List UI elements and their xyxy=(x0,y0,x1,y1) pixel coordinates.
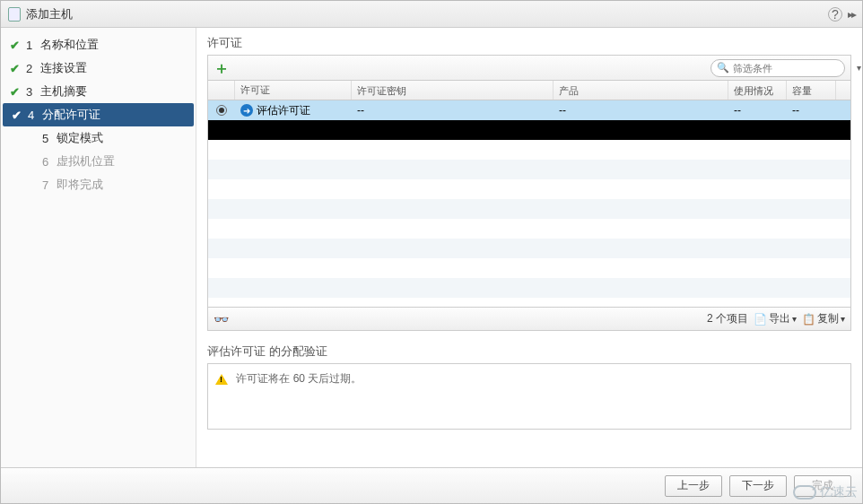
table-row xyxy=(208,179,850,199)
step-vm-location: 6虚拟机位置 xyxy=(1,150,196,173)
next-button[interactable]: 下一步 xyxy=(729,475,787,497)
col-license[interactable]: 许可证 xyxy=(235,81,352,100)
help-icon[interactable]: ? xyxy=(828,7,842,22)
table-row xyxy=(208,239,850,258)
table-row xyxy=(208,298,850,307)
filter-dropdown-icon[interactable]: ▾ xyxy=(857,63,861,73)
table-row xyxy=(208,278,850,298)
export-icon: 📄 xyxy=(754,313,767,326)
table-row xyxy=(208,219,850,239)
table-row[interactable]: ➜评估许可证 -- -- -- -- xyxy=(208,100,850,120)
table-header: 许可证 许可证密钥 产品 使用情况 容量 xyxy=(208,81,850,100)
search-icon: 🔍 xyxy=(717,62,729,74)
back-button[interactable]: 上一步 xyxy=(665,475,722,497)
host-icon xyxy=(8,7,21,22)
step-ready: 7即将完成 xyxy=(1,173,196,196)
step-name-location[interactable]: ✔1名称和位置 xyxy=(1,33,196,56)
warning-icon xyxy=(215,374,228,385)
table-footer: 👓 2 个项目 📄导出▾ 📋复制▾ xyxy=(208,307,850,330)
validation-box: 许可证将在 60 天后过期。 xyxy=(207,363,851,430)
export-button[interactable]: 📄导出▾ xyxy=(754,311,797,326)
expand-icon[interactable]: ▸▸ xyxy=(848,8,855,21)
table-row xyxy=(208,199,850,219)
table-row[interactable] xyxy=(208,120,850,140)
titlebar: 添加主机 ? ▸▸ xyxy=(1,1,862,28)
filter-box[interactable]: 🔍 ▾ xyxy=(710,59,845,77)
copy-icon: 📋 xyxy=(802,313,815,326)
col-key[interactable]: 许可证密钥 xyxy=(352,81,554,100)
find-icon[interactable]: 👓 xyxy=(214,312,229,326)
step-assign-license[interactable]: ✔4分配许可证 xyxy=(3,103,194,126)
step-lockdown[interactable]: 5锁定模式 xyxy=(1,126,196,150)
add-license-button[interactable]: ＋ xyxy=(214,57,230,79)
license-name: 评估许可证 xyxy=(257,103,310,118)
step-connection[interactable]: ✔2连接设置 xyxy=(1,56,196,80)
col-product[interactable]: 产品 xyxy=(554,81,728,100)
table-body: ➜评估许可证 -- -- -- -- xyxy=(208,100,850,307)
wizard-sidebar: ✔1名称和位置 ✔2连接设置 ✔3主机摘要 ✔4分配许可证 5锁定模式 6虚拟机… xyxy=(1,28,196,467)
item-count: 2 个项目 xyxy=(707,311,748,326)
row-radio[interactable] xyxy=(216,105,227,116)
step-summary[interactable]: ✔3主机摘要 xyxy=(1,80,196,103)
col-capacity[interactable]: 容量 xyxy=(787,81,836,100)
table-row xyxy=(208,140,850,160)
col-usage[interactable]: 使用情况 xyxy=(728,81,787,100)
license-panel: ＋ 🔍 ▾ 许可证 许可证密钥 产品 使用情况 容量 xyxy=(207,55,851,331)
table-row xyxy=(208,160,850,179)
filter-input[interactable] xyxy=(733,63,857,74)
table-row xyxy=(208,258,850,278)
validation-title: 评估许可证 的分配验证 xyxy=(207,343,851,360)
copy-button[interactable]: 📋复制▾ xyxy=(802,311,845,326)
finish-button: 完成 xyxy=(794,475,851,497)
window-title: 添加主机 xyxy=(26,6,828,22)
validation-message: 许可证将在 60 天后过期。 xyxy=(236,372,362,385)
arrow-icon: ➜ xyxy=(240,104,253,117)
section-title: 许可证 xyxy=(207,35,851,51)
wizard-footer: 上一步 下一步 完成 xyxy=(1,467,862,503)
